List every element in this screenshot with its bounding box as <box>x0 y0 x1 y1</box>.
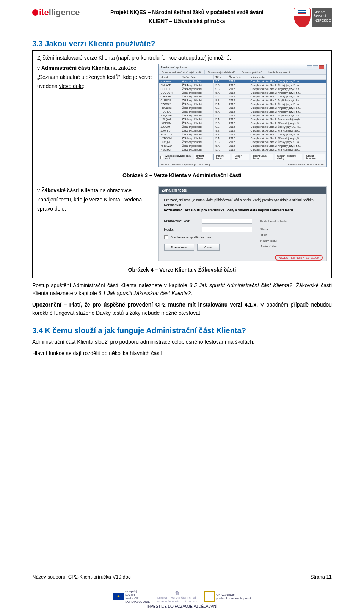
btn-relogin[interactable]: Přihlásit znovu <box>288 163 305 166</box>
table-cell: Žák1-svpd školař <box>180 95 214 99</box>
t: evropský <box>125 590 150 593</box>
table-row[interactable]: MHYSZDŽák1-svpd školař5.A2012Celoplošná … <box>159 144 326 148</box>
t: pro konkurenceschopnost <box>216 597 251 601</box>
table-row[interactable]: s serveruAccount System5.A2012Celoplošná… <box>159 80 326 83</box>
table-cell: 2012 <box>227 80 249 83</box>
tab-3[interactable]: Seznam počítačů <box>238 70 265 74</box>
table-cell: s serveru <box>159 80 180 83</box>
maximize-icon[interactable] <box>313 65 318 69</box>
table-cell: Žák3-svpd školař <box>180 125 214 129</box>
table-cell: NGQZQI <box>159 148 180 152</box>
table-cell: 9.B <box>214 99 228 102</box>
t: EVROPSKÁ UNIE <box>125 600 150 604</box>
minimize-icon[interactable] <box>307 65 312 69</box>
table-row[interactable]: FROBRSŽák4-svpd školař9.B2012Celoplošná … <box>159 106 326 110</box>
table-row[interactable]: HSQUAFŽák2-svpd školař5.A2012Celoplošná … <box>159 114 326 118</box>
tab-4[interactable]: Kontrola vybavení <box>265 70 293 74</box>
table-cell: 9.B <box>214 140 228 144</box>
t: Pro zahájení testu je nutno vložit přihl… <box>164 198 314 207</box>
tab-1[interactable]: Seznam aktuálně uložených testů <box>159 70 205 74</box>
consent-row[interactable]: Souhlasím se spuštěním testu <box>164 235 252 239</box>
doc-subtitle: KLIENT – Uživatelská příručka <box>149 18 225 24</box>
table-cell: 2012 <box>227 110 249 114</box>
table-cell: 2012 <box>227 99 249 102</box>
table-cell: Celoplošná zkouška 2: Anglický jazyk, 5.… <box>249 110 326 114</box>
app-tabs: Seznam aktuálně uložených testů Seznam v… <box>159 70 326 75</box>
table-row[interactable]: KDFCCDŽák4-svpd školař9.B2012Celoplošná … <box>159 133 326 137</box>
opvk-logo: OP Vzdělávání pro konkurenceschopnost <box>204 591 251 602</box>
tab-2[interactable]: Seznam výsledků testů <box>205 70 238 74</box>
table-cell: Celoplošná zkouška 2: Francouzský jazy..… <box>249 129 326 133</box>
screenshot-student-login: Zahájení testu Pro zahájení testu je nut… <box>158 186 327 261</box>
table-cell: 2012 <box>227 87 249 91</box>
table-row[interactable]: BMLA3FŽák4-svpd školař9.B2012Celoplošná … <box>159 83 326 87</box>
login-header: Zahájení testu <box>159 187 326 194</box>
col-id[interactable]: Id testu <box>159 75 180 80</box>
app-toolbar: Vymazat stávající sady testů Import dáve… <box>159 152 326 162</box>
input-password[interactable] <box>202 227 252 232</box>
table-row[interactable]: CBEEHEŽák4-svpd školař9.B2012Celoplošná … <box>159 87 326 91</box>
table-cell: IXOECA <box>159 121 180 125</box>
details-school: Škola: <box>260 226 321 232</box>
btn-download-tutorial[interactable]: Stažení tutoriálu <box>304 154 325 160</box>
table-cell: Celoplošná zkouška 2: Francouzský jazy..… <box>249 148 326 152</box>
t: vlevo dole <box>59 83 83 89</box>
table-cell: Žák1-svpd školař <box>180 118 214 121</box>
doc-footer: Název souboru: CP2-Klient-příručka V10.d… <box>32 572 332 580</box>
btn-download-batch[interactable]: Stažení aktuální dávky <box>275 154 302 160</box>
t: MINISTERSTVO ŠKOLSTVÍ, <box>157 596 198 600</box>
btn-distribute[interactable]: Distribuovat testy <box>251 154 273 160</box>
csi-label: ČESKÁ ŠKOLNÍ INSPEKCE <box>312 8 332 27</box>
table-row[interactable]: CJFRBHŽák1-svpd školař5.A2012Celoplošná … <box>159 95 326 99</box>
col-test[interactable]: Název testu <box>249 75 326 80</box>
input-code[interactable] <box>202 219 252 224</box>
btn-continue[interactable]: Pokračovat <box>164 244 194 251</box>
table-row[interactable]: LXVQVBŽák5-svpd školař9.B2012Celoplošná … <box>159 140 326 144</box>
p-warning: Upozornění – Platí, že pro úspěšné prove… <box>32 301 332 317</box>
table-cell: FROBRS <box>159 106 180 110</box>
table-cell: Celoplošná zkouška 2: Anglický jazyk, 5.… <box>249 114 326 118</box>
table-row[interactable]: CLUECBŽák3-svpd školař9.B2012Celoplošná … <box>159 99 326 102</box>
table-cell: 5.A <box>214 118 228 121</box>
col-class[interactable]: Třída <box>214 75 228 80</box>
btn-quit[interactable]: Ukončit aplikaci <box>306 163 324 166</box>
window-buttons <box>307 65 324 69</box>
figure-box: Zjištění instalované verze Klienta (např… <box>32 50 332 278</box>
p-34-2: Hlavní funkce se dají rozdělit do několi… <box>32 349 332 358</box>
table-row[interactable]: HDLHDLŽák2-svpd školař5.A2012Celoplošná … <box>159 110 326 114</box>
table-cell: CDMOYN <box>159 91 180 95</box>
table-cell: Account System <box>180 80 214 83</box>
checkbox-icon[interactable] <box>164 235 168 239</box>
table-cell: 5.A <box>214 80 228 83</box>
btn-end[interactable]: Konec <box>197 244 220 251</box>
t: Vymazat stávající sady testů <box>164 154 192 160</box>
table-row[interactable]: JJGCIMŽák3-svpd školař9.B2012Celoplošná … <box>159 125 326 129</box>
table-cell: 9.B <box>214 133 228 137</box>
table-row[interactable]: IXOECAŽák2-svpd školař9.B2012Celoplošná … <box>159 121 326 125</box>
table-cell: KDFCCD <box>159 133 180 137</box>
table-row[interactable]: HTLQWIŽák1-svpd školař5.A2012Celoplošná … <box>159 118 326 121</box>
close-icon[interactable] <box>319 65 324 69</box>
project-title: Projekt NIQES – Národní šetření žáků v p… <box>80 9 294 15</box>
table-row[interactable]: KTBSRMŽák1-svpd školař5.A2012Celoplošná … <box>159 137 326 140</box>
footer-page: Strana 11 <box>311 574 332 580</box>
col-year[interactable]: Školní rok <box>227 75 249 80</box>
table-cell: 5.A <box>214 137 228 140</box>
table-cell: Celoplošná zkouška 2: Český jazyk, 5. ro… <box>249 80 326 83</box>
table-row[interactable]: CDMOYNŽák2-svpd školař5.A2012Celoplošná … <box>159 91 326 95</box>
table-row[interactable]: NGQZQIŽák1-svpd školař5.A2012Celoplošná … <box>159 148 326 152</box>
tests-table: Id testu Jméno žáka Třída Školní rok Náz… <box>159 75 326 152</box>
table-row[interactable]: EZGDXJŽák2-svpd školař5.A2012Celoplošná … <box>159 102 326 106</box>
table-cell: Žák4-svpd školař <box>180 106 214 110</box>
table-row[interactable]: JOWTTAŽák5-svpd školař9.B2012Celoplošná … <box>159 129 326 133</box>
t: . <box>191 290 192 296</box>
t: Postup spuštění Administrační části Klie… <box>32 282 190 288</box>
btn-import-tests[interactable]: Import testů <box>213 154 231 160</box>
table-cell: 5.A <box>214 148 228 152</box>
btn-export-tests[interactable]: Export testů <box>232 154 249 160</box>
btn-import-batch[interactable]: Import dávek <box>194 154 212 160</box>
csi-shield-icon <box>294 8 311 27</box>
col-name[interactable]: Jméno žáka <box>180 75 214 80</box>
details-header: Podrobnosti o testu <box>260 219 321 224</box>
clear-tests-check[interactable]: Vymazat stávající sady testů <box>160 154 192 160</box>
